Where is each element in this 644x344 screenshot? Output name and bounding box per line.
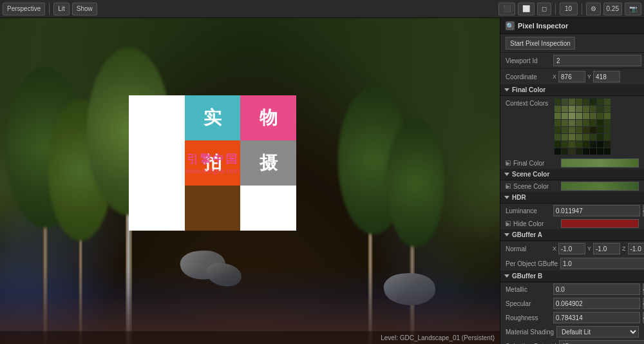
color-grid (554, 99, 611, 155)
color-cell (583, 99, 589, 105)
color-cell (569, 99, 575, 105)
scene-color-section-name: Scene Color (512, 171, 549, 178)
color-cell (554, 120, 561, 126)
color-cell (604, 134, 611, 140)
perspective-button[interactable]: Perspective (3, 3, 45, 15)
toolbar-icon-3[interactable]: ◻ (537, 3, 551, 15)
color-cell (569, 134, 575, 140)
color-cell (554, 141, 561, 148)
color-cell (583, 134, 589, 140)
normal-y-input[interactable] (593, 243, 620, 254)
start-row: Start Pixel Inspection (500, 34, 644, 53)
material-shading-select[interactable]: Default Lit (556, 326, 639, 338)
color-cell (562, 106, 568, 112)
gbuffer-a-section-header[interactable]: GBuffer A (500, 229, 644, 241)
toolbar-icon-1[interactable]: ⬛ (498, 3, 515, 15)
toolbar-icon-4[interactable]: ⚙ (586, 3, 601, 15)
color-cell (576, 120, 582, 126)
color-cell (562, 120, 568, 126)
toolbar-icon-5[interactable]: 📷 (625, 3, 641, 15)
perspective-label: Perspective (7, 5, 41, 12)
overlay-popup: 实 物 拍 摄 引擎中国 www.exitgov.com (129, 95, 296, 231)
color-cell (604, 106, 611, 112)
coord-x-input[interactable] (558, 71, 585, 82)
roughness-input[interactable] (553, 312, 640, 323)
hide-color-expand[interactable]: ▶ (506, 221, 511, 226)
material-shading-row: Material Shading Default Lit (500, 325, 644, 339)
color-cell (583, 148, 589, 155)
color-cell (569, 106, 575, 112)
show-button[interactable]: Show (72, 3, 97, 15)
popup-cell-2: 实 (185, 95, 241, 140)
scene-color-section-header[interactable]: Scene Color (500, 169, 644, 180)
color-cell (604, 141, 611, 148)
per-object-row: Per Object GBuffe ◀▶ (500, 256, 644, 271)
color-cell (597, 141, 603, 148)
toolbar-sep-3 (582, 3, 582, 15)
normal-x-input[interactable] (558, 243, 585, 254)
color-cell (562, 127, 568, 133)
color-cell (590, 99, 596, 105)
toolbar-icon-2[interactable]: ⬜ (518, 3, 535, 15)
color-cell (554, 148, 561, 155)
panel-header: 🔍 Pixel Inspector (500, 18, 644, 34)
color-cell (569, 113, 575, 119)
main-area: 实 物 拍 摄 引擎中国 www.exitgov.com Level: GDC (0, 18, 644, 344)
color-cell (590, 148, 596, 155)
toolbar-sep-1 (49, 3, 50, 15)
hdr-triangle (504, 196, 509, 199)
specular-input[interactable] (553, 298, 640, 309)
hide-color-label: Hide Color (513, 220, 558, 227)
final-color-section-header[interactable]: Final Color (500, 84, 644, 96)
color-cell (562, 113, 568, 119)
color-cell (583, 120, 589, 126)
normal-x-label: X (553, 245, 556, 252)
coord-y-input[interactable] (593, 71, 620, 82)
luminance-label: Luminance (506, 207, 551, 215)
normal-z-label: Z (622, 245, 626, 252)
color-cell (569, 141, 575, 148)
panel-title: Pixel Inspector (518, 22, 568, 30)
hdr-section-header[interactable]: HDR (500, 192, 644, 204)
pixel-inspector-panel: 🔍 Pixel Inspector Start Pixel Inspection… (500, 18, 644, 344)
start-pixel-inspection-button[interactable]: Start Pixel Inspection (506, 37, 575, 50)
per-object-input[interactable] (560, 258, 644, 269)
final-color-expand[interactable]: ▶ (506, 160, 511, 166)
final-color-swatch-row: ▶ Final Color (500, 157, 644, 169)
popup-cell-3: 物 (240, 95, 296, 140)
color-cell (597, 120, 603, 126)
color-cell (604, 99, 611, 105)
color-cell (604, 148, 611, 155)
popup-cell-6: 摄 (240, 140, 296, 186)
per-object-label: Per Object GBuffe (506, 260, 558, 267)
metallic-input[interactable] (553, 283, 640, 295)
final-color-section-name: Final Color (512, 86, 545, 93)
roughness-label: Roughness (506, 314, 551, 321)
color-cell (583, 113, 589, 119)
scene-color-label: Scene Color (513, 183, 558, 190)
gbuffer-b-section-header[interactable]: GBuffer B (500, 271, 644, 282)
normal-z-input[interactable] (628, 243, 644, 254)
color-cell (569, 120, 575, 126)
luminance-input[interactable] (553, 205, 640, 216)
popup-cell-5: 拍 (185, 140, 241, 186)
zoom-display: 0.25 (603, 3, 622, 15)
specular-row: Specular ◀▶ (500, 296, 644, 311)
color-cell (590, 134, 596, 140)
color-cell (583, 141, 589, 148)
search-icon: 🔍 (506, 21, 515, 30)
normal-row: Normal X Y Z (500, 241, 644, 256)
color-cell (562, 99, 568, 105)
selective-output-input[interactable] (559, 340, 644, 344)
viewport[interactable]: 实 物 拍 摄 引擎中国 www.exitgov.com Level: GDC (0, 18, 500, 344)
lit-button[interactable]: Lit (53, 3, 70, 15)
popup-cell-9 (240, 186, 296, 231)
coord-y-label: Y (587, 73, 591, 80)
color-cell (554, 127, 561, 133)
viewport-id-input[interactable] (553, 55, 641, 66)
color-cell (576, 127, 582, 133)
scene-color-expand[interactable]: ▶ (506, 184, 511, 189)
color-cell (554, 106, 561, 112)
context-colors-label: Context Colors (506, 99, 551, 107)
level-label: Level: GDC_Landscape_01 (Persistent) (381, 334, 495, 341)
